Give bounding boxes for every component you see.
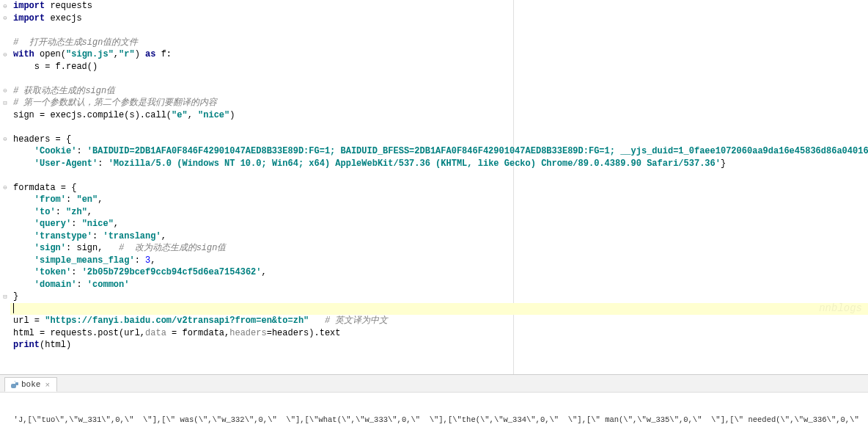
close-icon[interactable]: × (45, 381, 52, 388)
code-line: 'query': "nice", (10, 218, 868, 230)
code-line: formdata = { (10, 182, 868, 194)
fold-icon[interactable]: ⊖ (0, 12, 10, 25)
code-line: # 第一个参数默认，第二个参数是我们要翻译的内容 (10, 97, 868, 109)
code-line: import execjs (10, 12, 868, 25)
code-line: 'Cookie': 'BAIDUID=2DB1AFA0F846F42901047… (10, 145, 868, 158)
console-line: 'J,[\"tuo\",\"w_331\",0,\" \"],[\" was(\… (4, 415, 864, 425)
code-line: 'token': '2b05b729bcef9ccb94cf5d6ea71543… (10, 266, 868, 279)
code-line: s = f.read() (10, 61, 868, 73)
code-line: 'simple_means_flag': 3, (10, 255, 868, 267)
code-line: import requests (10, 0, 868, 12)
code-line: 'sign': sign, # 改为动态生成的sign值 (10, 242, 868, 255)
code-content[interactable]: import requests import execjs # 打开动态生成si… (10, 0, 868, 374)
tab-label: boke (21, 380, 40, 389)
code-line (10, 170, 868, 182)
code-line: } (10, 291, 868, 303)
code-line (10, 73, 868, 85)
gutter: ⊖ ⊖ ⊖ ⊖ ⊟ ⊖ ⊖ ⊟ (0, 0, 10, 374)
bottom-panel: boke × 'J,[\"tuo\",\"w_331\",0,\" \"],[\… (0, 374, 868, 430)
fold-icon[interactable]: ⊖ (0, 85, 10, 98)
code-line: with open("sign.js","r") as f: (10, 48, 868, 61)
fold-icon[interactable]: ⊟ (0, 291, 10, 303)
code-line: url = "https://fanyi.baidu.com/v2transap… (10, 315, 868, 327)
code-line: # 打开动态生成sign值的文件 (10, 37, 868, 49)
code-line: html = requests.post(url,data = formdata… (10, 327, 868, 340)
fold-icon[interactable]: ⊖ (0, 48, 10, 61)
tab-bar: boke × (0, 375, 868, 393)
fold-icon[interactable]: ⊖ (0, 182, 10, 194)
code-line: 'to': "zh", (10, 206, 868, 219)
code-line: sign = execjs.compile(s).call("e", "nice… (10, 109, 868, 122)
code-line: headers = { (10, 134, 868, 146)
code-line: 'User-Agent': 'Mozilla/5.0 (Windows NT 1… (10, 158, 868, 170)
code-line: print(html) (10, 339, 868, 351)
code-line (10, 121, 868, 134)
tab-boke[interactable]: boke × (4, 377, 57, 392)
console-output[interactable]: 'J,[\"tuo\",\"w_331\",0,\" \"],[\" was(\… (0, 393, 868, 430)
code-line: 'domain': 'common' (10, 279, 868, 291)
python-icon (10, 380, 18, 389)
code-line: 'transtype': 'translang', (10, 230, 868, 243)
code-line: # 获取动态生成的sign值 (10, 85, 868, 98)
code-editor[interactable]: ⊖ ⊖ ⊖ ⊖ ⊟ ⊖ ⊖ ⊟ (0, 0, 868, 374)
fold-icon[interactable]: ⊖ (0, 0, 10, 12)
fold-icon[interactable]: ⊟ (0, 97, 10, 109)
code-line: 'from': "en", (10, 194, 868, 206)
code-line (10, 24, 868, 37)
code-line-cursor (10, 303, 868, 316)
fold-icon[interactable]: ⊖ (0, 134, 10, 146)
